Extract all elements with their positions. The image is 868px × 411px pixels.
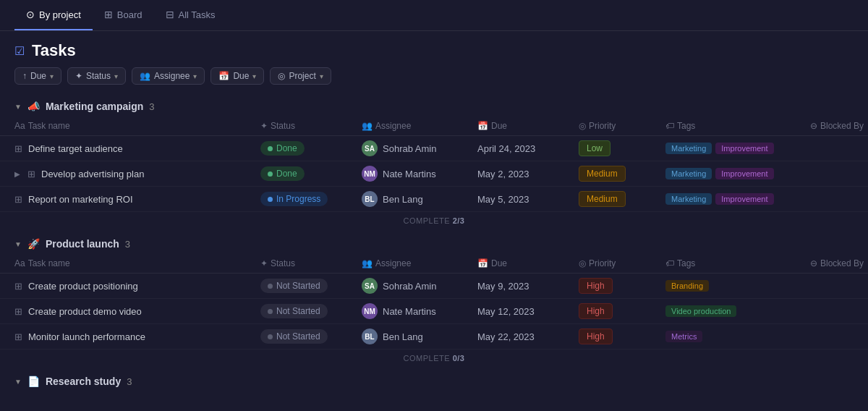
tab-all-tasks[interactable]: ⊟ All Tasks [154, 0, 227, 30]
task-assignee-monitor-launch: BL Ben Lang [362, 329, 477, 344]
col-due-icon: 📅 [477, 121, 488, 131]
filter-due-chevron: ▾ [50, 72, 54, 80]
section-research-label: Research study [46, 376, 121, 387]
section-marketing-count: 3 [149, 101, 154, 112]
priority-badge: High [579, 329, 613, 344]
table-row[interactable]: ⊞ Create product positioning Not Started… [0, 274, 868, 299]
expand-icon[interactable]: ▶ [14, 170, 20, 178]
avatar: BL [362, 191, 378, 207]
complete-bar-marketing: COMPLETE 2/3 [0, 212, 868, 231]
tag: Metrics [665, 331, 702, 342]
status-dot [268, 334, 273, 339]
section-product-header[interactable]: ▼ 🚀 Product launch 3 [0, 231, 868, 254]
filter-due2-chevron: ▾ [252, 72, 256, 80]
col-tags-icon: 🏷 [665, 121, 674, 131]
task-priority-monitor-launch: High [579, 329, 665, 344]
table-row[interactable]: ⊞ Monitor launch performance Not Started… [0, 324, 868, 349]
section-marketing-campaign: ▼ 📣 Marketing campaign 3 Aa Task name ✦ … [0, 93, 868, 231]
table-row[interactable]: ⊞ Create product demo video Not Started … [0, 299, 868, 324]
col-blocked-p: ⊖ Blocked By [810, 257, 868, 270]
table-row[interactable]: ▶ ⊞ Develop advertising plan Done NM Nat… [0, 161, 868, 187]
filter-due-sort[interactable]: ↑ Due ▾ [14, 67, 61, 85]
task-grid-icon: ⊞ [14, 281, 22, 292]
col-assignee-p: 👥 Assignee [362, 257, 477, 270]
col-blocked-by: ⊖ Blocked By [810, 119, 868, 132]
section-marketing-header[interactable]: ▼ 📣 Marketing campaign 3 [0, 93, 868, 116]
task-name-develop-advertising: ▶ ⊞ Develop advertising plan [14, 169, 260, 179]
col-priority-icon: ◎ [579, 121, 586, 131]
task-due-report-roi: May 5, 2023 [477, 194, 579, 205]
status-dot [268, 146, 273, 151]
task-tags-define-target: Marketing Improvement [665, 143, 810, 154]
filter-project[interactable]: ◎ Project ▾ [270, 67, 331, 85]
filter-due[interactable]: 📅 Due ▾ [210, 67, 264, 85]
col-due-p: 📅 Due [477, 257, 579, 270]
table-row[interactable]: ⊞ Report on marketing ROI In Progress BL… [0, 187, 868, 212]
avatar: SA [362, 278, 378, 294]
col-priority: ◎ Priority [579, 119, 665, 132]
status-icon: ✦ [75, 71, 82, 81]
col-task-name: Aa Task name [14, 119, 260, 132]
task-priority-develop-advertising: Medium [579, 166, 665, 182]
task-due-develop-advertising: May 2, 2023 [477, 169, 579, 179]
filter-assignee[interactable]: 👥 Assignee ▾ [132, 67, 205, 85]
board-icon: ⊞ [104, 9, 113, 20]
sort-up-icon: ↑ [22, 71, 27, 81]
section-product-launch: ▼ 🚀 Product launch 3 Aa Task name ✦ Stat… [0, 231, 868, 368]
section-marketing-chevron: ▼ [14, 103, 22, 111]
section-research-chevron: ▼ [14, 378, 22, 386]
avatar: BL [362, 329, 378, 344]
section-product-chevron: ▼ [14, 240, 22, 248]
task-tags-product-demo: Video production [665, 305, 810, 317]
section-research-icon: 📄 [27, 376, 40, 387]
filter-project-chevron: ▾ [320, 72, 323, 80]
table-row[interactable]: ⊞ Define target audience Done SA Sohrab … [0, 136, 868, 161]
tab-by-project-label: By project [39, 9, 81, 20]
task-assignee-develop-advertising: NM Nate Martins [362, 166, 477, 182]
filter-status-chevron: ▾ [114, 72, 118, 80]
task-grid-icon: ⊞ [14, 143, 22, 154]
task-priority-report-roi: Medium [579, 191, 665, 207]
task-name-monitor-launch: ⊞ Monitor launch performance [14, 331, 260, 342]
tab-board[interactable]: ⊞ Board [93, 0, 154, 30]
tab-by-project[interactable]: ⊙ By project [14, 0, 93, 30]
avatar: NM [362, 303, 378, 319]
all-tasks-icon: ⊟ [166, 9, 174, 20]
status-badge: Done [260, 166, 305, 181]
by-project-icon: ⊙ [26, 9, 35, 20]
task-status-monitor-launch: Not Started [260, 329, 362, 344]
filter-project-label: Project [289, 71, 315, 81]
filter-due-label: Due [30, 71, 46, 81]
tasks-check-icon: ☑ [14, 44, 25, 58]
task-due-define-target: April 24, 2023 [477, 143, 579, 154]
page-header: ☑ Tasks [0, 31, 868, 67]
task-tags-monitor-launch: Metrics [665, 331, 810, 342]
task-name-product-demo: ⊞ Create product demo video [14, 306, 260, 317]
task-status-product-demo: Not Started [260, 304, 362, 318]
status-badge: Not Started [260, 329, 328, 344]
col-priority-p: ◎ Priority [579, 257, 665, 270]
status-dot [268, 284, 273, 289]
tag: Improvement [715, 193, 773, 205]
avatar: NM [362, 166, 378, 182]
filter-status[interactable]: ✦ Status ▾ [67, 67, 126, 85]
task-name-product-positioning: ⊞ Create product positioning [14, 281, 260, 292]
task-grid-icon: ⊞ [14, 331, 22, 342]
tag: Improvement [715, 168, 773, 179]
filter-assignee-chevron: ▾ [193, 72, 197, 80]
section-marketing-label: Marketing campaign [46, 101, 143, 112]
priority-badge: High [579, 303, 613, 319]
status-badge: Not Started [260, 304, 328, 318]
task-name-define-target: ⊞ Define target audience [14, 143, 260, 154]
task-due-product-demo: May 12, 2023 [477, 306, 579, 317]
complete-bar-product: COMPLETE 0/3 [0, 349, 868, 368]
project-icon: ◎ [278, 71, 285, 81]
col-status-icon: ✦ [260, 121, 268, 131]
priority-badge: Medium [579, 191, 626, 207]
task-priority-product-positioning: High [579, 278, 665, 294]
filter-status-label: Status [86, 71, 111, 81]
task-name-report-roi: ⊞ Report on marketing ROI [14, 194, 260, 205]
task-priority-product-demo: High [579, 303, 665, 319]
col-task-aa-icon: Aa [14, 121, 25, 131]
section-research-header[interactable]: ▼ 📄 Research study 3 [0, 368, 868, 391]
